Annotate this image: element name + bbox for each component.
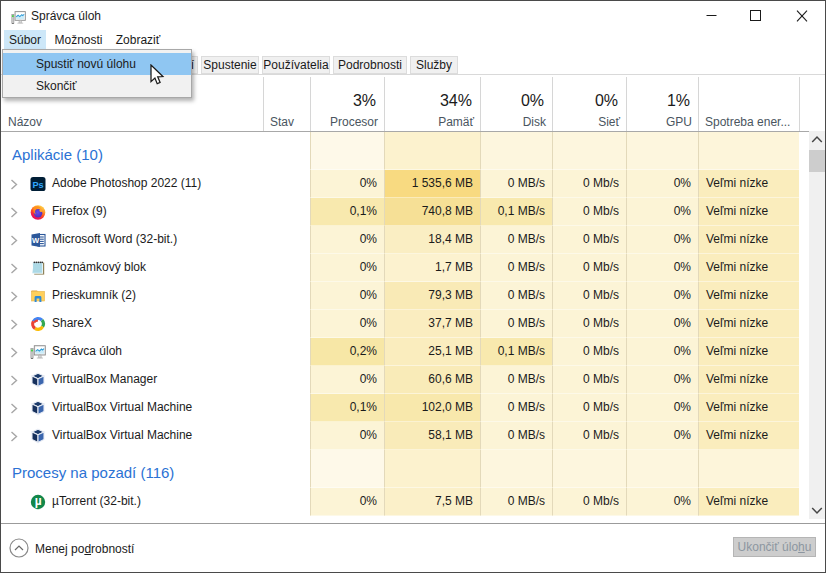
- svg-text:W: W: [32, 236, 40, 245]
- svg-text:Ps: Ps: [32, 180, 43, 190]
- svg-text:µ: µ: [35, 494, 42, 508]
